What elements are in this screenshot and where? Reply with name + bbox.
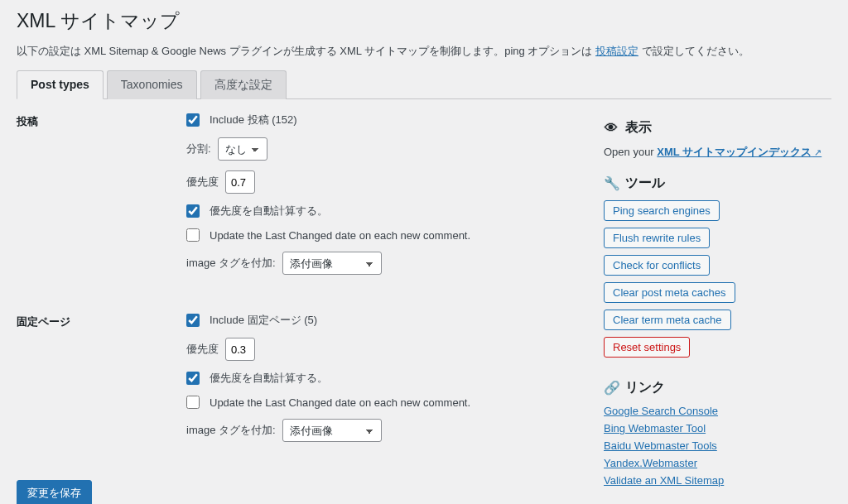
section-posts-heading: 投稿	[17, 113, 186, 285]
image-label-posts: image タグを付加:	[186, 256, 276, 271]
autocalc-pages-label: 優先度を自動計算する。	[210, 371, 328, 386]
clear-term-meta-button[interactable]: Clear term meta cache	[604, 310, 731, 330]
update-posts-label: Update the Last Changed date on each new…	[210, 229, 470, 242]
posting-settings-link[interactable]: 投稿設定	[595, 45, 638, 57]
update-pages-checkbox[interactable]	[186, 396, 200, 409]
save-button[interactable]: 変更を保存	[17, 480, 92, 504]
reset-settings-button[interactable]: Reset settings	[604, 337, 690, 358]
include-posts-label: Include 投稿 (152)	[210, 113, 297, 127]
priority-label-pages: 優先度	[186, 342, 219, 357]
desc-text: 以下の設定は XML Sitemap & Google News プラグインが生…	[17, 45, 595, 57]
page-description: 以下の設定は XML Sitemap & Google News プラグインが生…	[17, 44, 831, 59]
tab-taxonomies[interactable]: Taxonomies	[107, 70, 197, 99]
include-pages-label: Include 固定ページ (5)	[210, 313, 317, 328]
main-content: 投稿 Include 投稿 (152) 分割: なし 優先度	[17, 113, 587, 504]
section-pages-heading: 固定ページ	[17, 313, 186, 452]
clear-post-meta-button[interactable]: Clear post meta caches	[604, 282, 735, 303]
image-select-posts[interactable]: 添付画像	[282, 252, 382, 275]
sidebar-display-heading: 👁表示	[604, 119, 831, 137]
priority-input-posts[interactable]	[225, 170, 255, 194]
include-pages-checkbox[interactable]	[186, 314, 200, 327]
priority-label-posts: 優先度	[186, 175, 219, 190]
page-title: XML サイトマップ	[17, 8, 831, 34]
tab-post-types[interactable]: Post types	[17, 70, 104, 99]
eye-icon: 👁	[604, 121, 619, 136]
link-google[interactable]: Google Search Console	[604, 405, 718, 417]
update-pages-label: Update the Last Changed date on each new…	[210, 396, 470, 409]
link-icon: 🔗	[604, 380, 619, 396]
sidebar-tools-heading: 🔧ツール	[604, 175, 831, 192]
split-select[interactable]: なし	[218, 137, 267, 161]
link-yandex[interactable]: Yandex.Webmaster	[604, 457, 697, 469]
priority-input-pages[interactable]	[225, 338, 255, 361]
check-conflicts-button[interactable]: Check for conflicts	[604, 255, 710, 276]
sitemap-index-link[interactable]: XML サイトマップインデックス	[657, 146, 822, 158]
sidebar: 👁表示 Open your XML サイトマップインデックス 🔧ツール Ping…	[604, 113, 831, 504]
wrench-icon: 🔧	[604, 175, 619, 191]
flush-button[interactable]: Flush rewrite rules	[604, 228, 710, 248]
autocalc-posts-checkbox[interactable]	[186, 204, 200, 218]
autocalc-posts-label: 優先度を自動計算する。	[210, 204, 328, 218]
ping-button[interactable]: Ping search engines	[604, 200, 720, 221]
autocalc-pages-checkbox[interactable]	[186, 372, 200, 385]
link-bing[interactable]: Bing Webmaster Tool	[604, 422, 706, 434]
image-select-pages[interactable]: 添付画像	[282, 419, 382, 442]
open-sitemap-text: Open your XML サイトマップインデックス	[604, 145, 831, 160]
desc-text-after: で設定してください。	[638, 45, 749, 57]
tab-advanced[interactable]: 高度な設定	[200, 70, 287, 99]
include-posts-checkbox[interactable]	[186, 113, 200, 127]
tabs: Post types Taxonomies 高度な設定	[17, 70, 831, 99]
sidebar-links-heading: 🔗リンク	[604, 379, 831, 396]
link-baidu[interactable]: Baidu Webmaster Tools	[604, 439, 717, 452]
link-validate[interactable]: Validate an XML Sitemap	[604, 474, 724, 487]
image-label-pages: image タグを付加:	[186, 423, 276, 438]
update-posts-checkbox[interactable]	[186, 228, 200, 242]
split-label: 分割:	[186, 142, 211, 156]
